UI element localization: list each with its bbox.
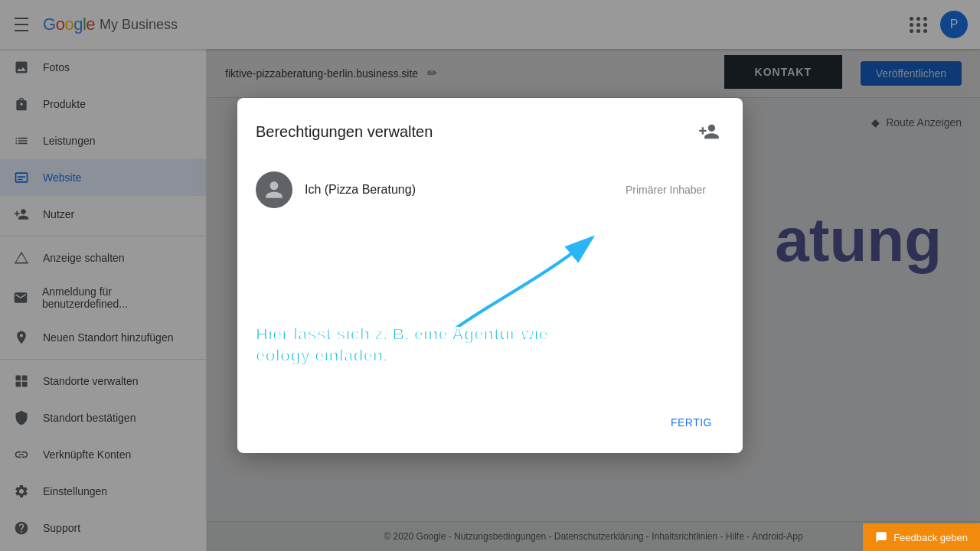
overlay[interactable]: Berechtigungen verwalten Ich (Pizza Bera… xyxy=(0,0,980,551)
feedback-bar[interactable]: Feedback geben xyxy=(863,523,980,551)
user-row: Ich (Pizza Beratung) Primärer Inhaber xyxy=(256,165,724,214)
user-name: Ich (Pizza Beratung) xyxy=(305,183,416,197)
fertig-button[interactable]: FERTIG xyxy=(658,410,724,435)
feedback-icon xyxy=(875,531,887,543)
feedback-label: Feedback geben xyxy=(893,532,968,543)
add-user-button[interactable] xyxy=(694,116,724,147)
dialog-footer: FERTIG xyxy=(256,398,724,435)
user-avatar xyxy=(256,171,292,208)
annotation-container: Hier lässt sich z. B. eine Agentur wieeo… xyxy=(256,214,724,367)
dialog-title: Berechtigungen verwalten xyxy=(256,123,433,141)
arrow-svg xyxy=(409,214,639,337)
user-role: Primärer Inhaber xyxy=(626,184,724,196)
dialog-header: Berechtigungen verwalten xyxy=(256,116,724,147)
dialog: Berechtigungen verwalten Ich (Pizza Bera… xyxy=(237,98,743,453)
annotation-text: Hier lässt sich z. B. eine Agentur wieeo… xyxy=(256,324,548,367)
